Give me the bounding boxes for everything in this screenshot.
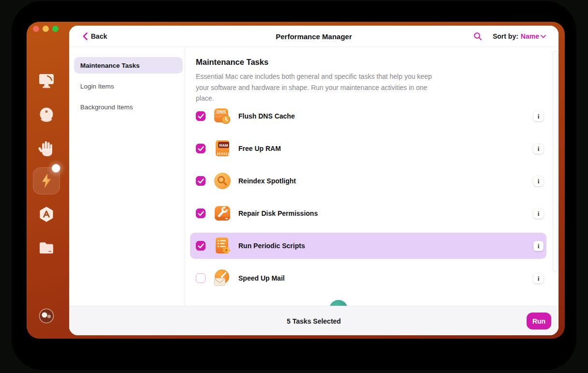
svg-text:DNS: DNS [217, 109, 226, 114]
sidebar-item-applications[interactable] [27, 207, 66, 222]
info-button[interactable]: i [533, 144, 544, 154]
task-label: Speed Up Mail [238, 265, 285, 291]
info-button[interactable]: i [533, 176, 544, 186]
run-button[interactable]: Run [527, 313, 551, 329]
info-button[interactable]: i [533, 273, 544, 283]
footer-bar: 5 Tasks Selected Run [69, 306, 559, 335]
nav-item-maintenance-tasks[interactable]: Maintenance Tasks [74, 57, 183, 74]
ram-chip-icon: RAM [213, 139, 232, 158]
info-button[interactable]: i [533, 241, 544, 251]
task-row[interactable]: Repair Disk Permissions i [190, 200, 546, 226]
nav-column: Maintenance Tasks Login Items Background… [69, 47, 185, 306]
svg-text:RAM: RAM [219, 143, 228, 148]
sort-value: Name [521, 32, 539, 40]
disk-wrench-icon [213, 204, 232, 223]
task-row[interactable]: Speed Up Mail i [190, 265, 546, 291]
task-checkbox[interactable] [196, 144, 206, 153]
ball-icon [38, 107, 55, 123]
main-content: Maintenance Tasks Essential Mac care inc… [185, 47, 559, 306]
content-panel: Back Performance Manager Sort by: Name [69, 26, 559, 335]
task-row[interactable]: Reindex Spotlight i [190, 168, 546, 194]
assistant-icon [38, 308, 55, 324]
desktop-icon [38, 73, 55, 89]
check-icon [198, 211, 204, 216]
script-gear-icon [213, 237, 232, 255]
info-button[interactable]: i [533, 111, 544, 121]
sidebar-item-cleanup[interactable] [27, 73, 66, 89]
toolbar: Back Performance Manager Sort by: Name [69, 26, 559, 47]
task-checkbox[interactable] [196, 176, 206, 186]
task-list: DNS Flush DNS Cache i [190, 103, 546, 298]
task-row[interactable]: RAM Free Up RAM i [190, 135, 546, 162]
check-icon [198, 243, 204, 249]
check-icon [198, 114, 204, 119]
sort-control: Sort by: Name [493, 32, 546, 40]
search-icon[interactable] [473, 32, 482, 41]
applications-a-icon [39, 207, 54, 222]
close-button[interactable] [33, 26, 39, 32]
chevron-left-icon [83, 32, 88, 40]
chevron-down-icon [541, 35, 546, 38]
minimize-button[interactable] [43, 26, 49, 32]
task-row[interactable]: DNS Flush DNS Cache i [190, 103, 546, 129]
sort-by-label: Sort by: [493, 32, 518, 40]
nav-item-login-items[interactable]: Login Items [74, 78, 183, 94]
lightning-icon [41, 174, 52, 188]
task-label: Run Periodic Scripts [238, 233, 305, 259]
sidebar-item-assistant[interactable] [27, 308, 66, 324]
screenshot-stage: Back Performance Manager Sort by: Name [0, 0, 588, 373]
task-label: Repair Disk Permissions [238, 200, 318, 226]
toolbar-right: Sort by: Name [473, 26, 546, 47]
back-label: Back [91, 32, 107, 40]
task-checkbox[interactable] [196, 273, 206, 283]
nav-item-background-items[interactable]: Background Items [74, 99, 183, 115]
sidebar-item-privacy[interactable] [27, 140, 66, 157]
folder-icon [38, 240, 55, 254]
maximize-button[interactable] [52, 26, 59, 32]
task-checkbox[interactable] [196, 241, 206, 251]
sort-dropdown[interactable]: Name [521, 32, 546, 40]
info-button[interactable]: i [533, 209, 544, 219]
back-button[interactable]: Back [83, 26, 107, 47]
mail-speedometer-icon [213, 269, 232, 287]
check-icon [198, 146, 204, 151]
hand-icon [38, 140, 55, 157]
sidebar-item-protection[interactable] [27, 107, 66, 123]
task-row[interactable]: Run Periodic Scripts i [190, 233, 546, 259]
section-heading: Maintenance Tasks [196, 58, 268, 67]
notification-dot [52, 164, 60, 173]
sidebar-item-files[interactable] [27, 240, 66, 254]
task-label: Flush DNS Cache [238, 103, 295, 129]
task-checkbox[interactable] [196, 209, 206, 218]
tasks-selected-status: 5 Tasks Selected [69, 306, 559, 335]
task-label: Free Up RAM [238, 135, 281, 162]
magnifier-icon [213, 172, 232, 190]
section-description: Essential Mac care includes both general… [196, 71, 441, 104]
check-icon [198, 179, 204, 184]
dns-clock-icon: DNS [213, 107, 232, 125]
task-checkbox[interactable] [196, 111, 206, 121]
app-window: Back Performance Manager Sort by: Name [27, 22, 565, 339]
task-label: Reindex Spotlight [238, 168, 296, 194]
scrollbar-thumb[interactable] [553, 51, 558, 272]
